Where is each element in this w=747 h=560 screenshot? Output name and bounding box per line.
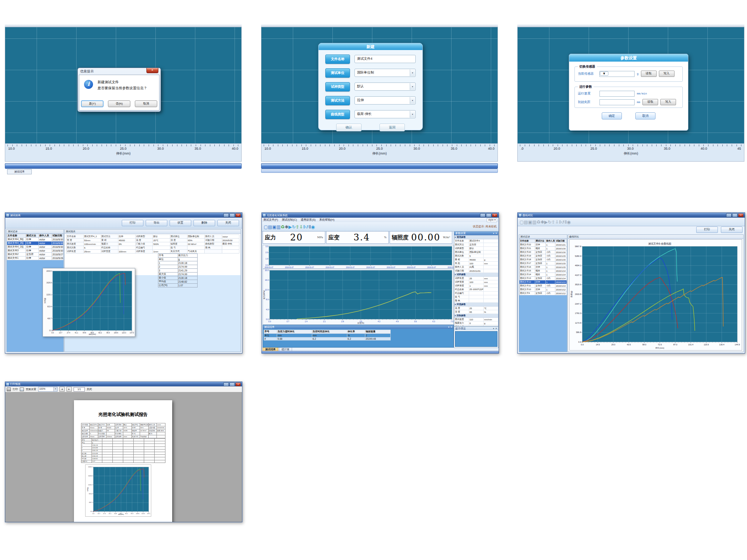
table-row[interactable]: 平均值2148.82 <box>158 280 198 284</box>
toolbar-button[interactable]: 导出 <box>146 220 167 226</box>
param-row[interactable]: 量 程45000g <box>455 258 498 262</box>
table-row[interactable]: 测试文件2定负荷victor2016/5/27 <box>7 253 63 256</box>
table-row[interactable]: 最小值2130.18 <box>81 455 165 457</box>
toolbar-button[interactable]: 打印 <box>122 220 143 226</box>
param-row[interactable]: 试样宽度100mm <box>455 280 498 284</box>
move-down-icon[interactable]: ⇩ <box>300 224 303 230</box>
refresh-icon[interactable]: ↻ <box>548 220 551 225</box>
table-row[interactable]: 测试文件22拉伸12016/1/21 <box>520 243 567 247</box>
speed-input[interactable] <box>599 91 635 97</box>
page-setup-icon[interactable] <box>20 388 24 391</box>
param-row[interactable]: 文件名称测试文件4 <box>455 239 498 243</box>
page-setup-button[interactable]: 页面设置 <box>26 388 36 391</box>
no-button[interactable]: 否(N) <box>108 100 130 107</box>
cancel-button[interactable]: 取消 <box>635 112 655 119</box>
column-header[interactable]: 试验日期 <box>555 239 567 243</box>
chevron-down-icon[interactable]: ▼ <box>600 71 608 76</box>
table-row[interactable]: 测试文件14蠕变12016/1/14 <box>520 273 567 277</box>
close-icon[interactable]: ✕ <box>495 327 497 330</box>
scroll-strip[interactable] <box>261 163 498 169</box>
read-button[interactable]: 读取 <box>641 71 657 77</box>
column-header[interactable]: 文件名称 <box>520 239 535 243</box>
cancel-button[interactable]: 取消 <box>135 100 157 107</box>
table-row[interactable]: #5.686.26.220249.48 <box>264 337 391 340</box>
table-row[interactable]: 单位g <box>81 441 165 444</box>
table-row[interactable]: 测试文件13定负荷小白2016/1/14 <box>520 277 567 280</box>
dropdown-select[interactable]: 默认▼ <box>354 83 416 91</box>
toolbar-button[interactable]: 关闭 <box>217 220 239 226</box>
chevron-down-icon[interactable]: ▼ <box>410 69 415 76</box>
move-up-icon[interactable]: ⇧ <box>552 220 555 225</box>
column-header[interactable]: 负荷时间后伸长 <box>312 330 347 334</box>
gap-input[interactable] <box>599 99 635 105</box>
param-row[interactable]: 试样长度25mm <box>455 277 498 280</box>
column-header[interactable]: 负荷力值时伸长 <box>277 330 312 334</box>
table-row[interactable]: 测试文件4_5组拉伸victor2016/5/30 <box>7 238 63 242</box>
toolbar-button[interactable]: 关闭 <box>721 227 743 233</box>
param-row[interactable]: 批 号 <box>455 295 498 299</box>
printer-icon[interactable] <box>7 388 11 391</box>
page-indicator[interactable]: 1/1 <box>74 387 85 392</box>
column-header[interactable]: 伸长率 <box>347 330 365 334</box>
close-preview-button[interactable]: 关闭 <box>87 388 92 391</box>
table-row[interactable]: 最大值2174.99 <box>81 452 165 454</box>
minimize-icon[interactable]: ─ <box>223 213 229 217</box>
param-section-header[interactable]: ▸ 环境参数 <box>455 303 498 307</box>
param-row[interactable]: 试样类型默认 <box>455 247 498 251</box>
table-row[interactable]: 序号最大拉力 <box>158 254 198 258</box>
table-row[interactable]: 测试文件20定负荷小白2016/1/16 <box>520 251 567 254</box>
export-icon[interactable]: ▥ <box>532 220 536 225</box>
confirm-button[interactable]: 确认 <box>336 124 362 131</box>
back-button[interactable]: 返回 <box>379 124 405 131</box>
pin-icon[interactable]: ▾ <box>493 327 494 330</box>
column-header[interactable]: 测试方法 <box>26 234 39 238</box>
param-section-header[interactable]: ▸ 通用参数 <box>455 236 498 239</box>
close-icon[interactable]: ✕ <box>235 382 241 386</box>
yes-button[interactable]: 是(Y) <box>81 100 103 107</box>
close-icon[interactable]: ✕ <box>450 325 452 329</box>
save-icon[interactable]: ▣ <box>528 220 532 225</box>
table-row[interactable]: 22174.99 <box>81 447 165 449</box>
table-row[interactable]: 测试文件16拉伸12016/1/15 <box>520 265 567 269</box>
undo-icon[interactable]: ↺ <box>305 224 309 230</box>
column-header[interactable]: 试验日期 <box>52 234 63 238</box>
param-row[interactable]: 温 度25℃ <box>455 307 498 310</box>
new-file-icon[interactable]: ▢ <box>264 224 268 230</box>
toolbar-button[interactable]: 设置 <box>170 220 191 226</box>
refresh-icon[interactable]: ↻ <box>292 224 295 230</box>
dock-header[interactable]: 提示信息 ▾✕ <box>454 327 498 330</box>
write-button[interactable]: 写入 <box>660 99 676 105</box>
table-row[interactable]: 12130.18 <box>81 444 165 447</box>
param-row[interactable]: 测试速度110mm/min <box>455 318 498 321</box>
table-row[interactable]: 32141.29 <box>158 269 198 273</box>
next-page-button[interactable]: ▶ <box>66 387 72 392</box>
param-section-header[interactable]: ▸ 控制参数 <box>455 314 498 318</box>
table-row[interactable]: 公差(%)1.07 <box>158 284 198 287</box>
table-row[interactable]: 公差(%)1.07 <box>81 460 165 463</box>
table-row[interactable]: 测试文件11定负荷小白2016/1/13 <box>520 284 567 288</box>
move-down-icon[interactable]: ⇩ <box>555 220 559 225</box>
chevron-down-icon[interactable]: ▼ <box>410 83 415 90</box>
table-row[interactable]: 测试文件18定负荷小白2016/1/15 <box>520 258 567 262</box>
table-row[interactable]: 单位g <box>158 258 198 261</box>
text-input[interactable]: 测试文件4 <box>354 55 416 63</box>
maximize-icon[interactable]: ▢ <box>229 213 235 217</box>
column-header[interactable]: 操作人员 <box>546 239 555 243</box>
window-titlebar[interactable]: 测试报表 ─▢✕ <box>5 213 242 218</box>
menu-item[interactable]: 系统帮助(H) <box>319 218 334 221</box>
new-file-icon[interactable]: ▢ <box>520 220 524 225</box>
param-row[interactable]: 夹 距100mm <box>455 262 498 265</box>
table-row[interactable]: 最大值2174.99 <box>158 273 198 276</box>
sync-icon[interactable]: ♻ <box>280 224 285 230</box>
table-row[interactable]: 测试文件1拉伸victor2016/5/26 <box>7 256 63 260</box>
style-selector[interactable]: style ▾ <box>487 218 497 222</box>
pin-icon[interactable]: ▾ <box>448 325 449 329</box>
param-row[interactable]: 试验日期2015/11/01 <box>455 269 498 273</box>
dropdown-select[interactable]: 载荷-伸长▼ <box>354 110 416 118</box>
table-row[interactable]: 测试文件12拉伸12016/1/13 <box>520 280 567 284</box>
column-header[interactable]: 文件名称 <box>7 234 26 238</box>
ok-button[interactable]: 确定 <box>602 112 622 119</box>
param-row[interactable]: 试样厚度1mm <box>455 284 498 288</box>
table-row[interactable]: 单位mmmm%J <box>264 334 391 337</box>
table-row[interactable]: 测试文件4_2组拉伸victor2016/5/30 <box>7 242 63 245</box>
